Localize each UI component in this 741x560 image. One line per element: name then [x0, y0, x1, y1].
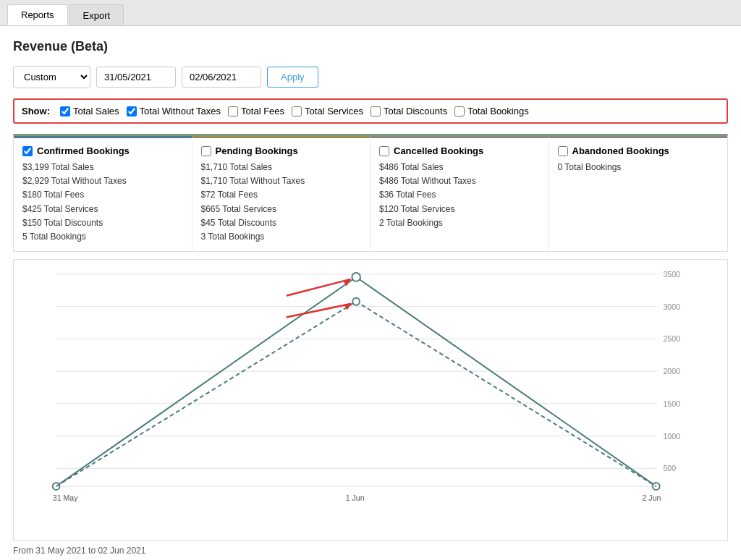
- svg-text:2500: 2500: [663, 334, 680, 343]
- period-select[interactable]: Custom Today This Week This Month Last M…: [13, 66, 90, 88]
- booking-col-pending: Pending Bookings $1,710 Total Sales $1,7…: [192, 136, 371, 251]
- svg-text:2000: 2000: [663, 367, 680, 376]
- show-total-without-taxes[interactable]: Total Without Taxes: [127, 106, 221, 116]
- pending-checkbox[interactable]: [201, 146, 211, 156]
- confirmed-header: Confirmed Bookings: [22, 145, 183, 156]
- show-total-sales[interactable]: Total Sales: [60, 106, 119, 116]
- tab-reports[interactable]: Reports: [7, 4, 68, 25]
- cancelled-stats: $486 Total Sales $486 Total Without Taxe…: [379, 161, 540, 230]
- booking-col-cancelled: Cancelled Bookings $486 Total Sales $486…: [370, 136, 549, 251]
- cancelled-checkbox[interactable]: [379, 146, 389, 156]
- filter-row: Custom Today This Week This Month Last M…: [13, 66, 728, 88]
- chart-svg: 3500 3000 2500 2000 1500 1000 500: [28, 267, 691, 504]
- cancelled-header: Cancelled Bookings: [379, 145, 540, 156]
- main-content: Revenue (Beta) Custom Today This Week Th…: [0, 26, 741, 560]
- show-label: Show:: [22, 106, 50, 116]
- svg-point-18: [352, 298, 360, 305]
- booking-grid: Confirmed Bookings $3,199 Total Sales $2…: [13, 134, 728, 252]
- top-tabs-bar: Reports Export: [0, 0, 741, 26]
- svg-line-21: [287, 304, 352, 318]
- tab-export[interactable]: Export: [69, 4, 124, 25]
- abandoned-stats: 0 Total Bookings: [558, 161, 719, 174]
- show-total-bookings[interactable]: Total Bookings: [454, 106, 529, 116]
- confirmed-stats: $3,199 Total Sales $2,929 Total Without …: [22, 161, 183, 244]
- svg-text:31 May: 31 May: [53, 493, 78, 502]
- show-total-services[interactable]: Total Services: [292, 106, 363, 116]
- booking-col-abandoned: Abandoned Bookings 0 Total Bookings: [549, 136, 728, 251]
- svg-text:500: 500: [663, 464, 676, 472]
- chart-area: 3500 3000 2500 2000 1500 1000 500: [13, 259, 728, 541]
- abandoned-checkbox[interactable]: [558, 146, 568, 156]
- apply-button[interactable]: Apply: [267, 67, 318, 88]
- svg-text:1 Jun: 1 Jun: [346, 493, 365, 502]
- pending-header: Pending Bookings: [201, 145, 362, 156]
- svg-text:1000: 1000: [663, 432, 680, 441]
- svg-text:2 Jun: 2 Jun: [643, 493, 661, 502]
- booking-col-confirmed: Confirmed Bookings $3,199 Total Sales $2…: [14, 136, 192, 251]
- svg-text:3000: 3000: [663, 302, 680, 311]
- pending-stats: $1,710 Total Sales $1,710 Total Without …: [201, 161, 362, 244]
- svg-text:3500: 3500: [663, 270, 680, 279]
- chart-date-range: From 31 May 2021 to 02 Jun 2021: [13, 546, 728, 556]
- date-from-input[interactable]: [96, 67, 176, 88]
- date-to-input[interactable]: [182, 67, 261, 88]
- show-filters-row: Show: Total Sales Total Without Taxes To…: [13, 98, 728, 124]
- show-total-discounts[interactable]: Total Discounts: [370, 106, 447, 116]
- show-total-fees[interactable]: Total Fees: [228, 106, 284, 116]
- svg-text:1500: 1500: [663, 399, 680, 408]
- abandoned-header: Abandoned Bookings: [558, 145, 719, 156]
- page-title: Revenue (Beta): [13, 39, 728, 54]
- svg-point-16: [352, 273, 360, 281]
- confirmed-checkbox[interactable]: [22, 146, 33, 156]
